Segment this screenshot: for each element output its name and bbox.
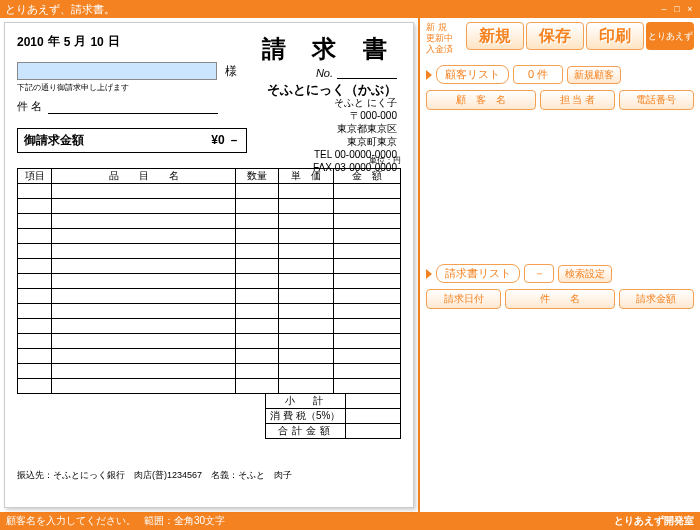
tax-label: 消 費 税（5%） [266,409,346,424]
chevron-right-icon [426,70,432,80]
table-row[interactable] [18,274,401,289]
col-item: 項目 [18,169,52,184]
print-button[interactable]: 印刷 [586,22,644,50]
search-settings-button[interactable]: 検索設定 [558,265,612,283]
invoice-number: No. [316,67,397,79]
status-bar: 顧客名を入力してください。 範囲：全角30文字 とりあえず開発室 [0,512,700,530]
subject-label: 件 名 [17,99,42,114]
table-row[interactable] [18,244,401,259]
status-message: 顧客名を入力してください。 [6,514,136,528]
customer-name-input[interactable] [17,62,217,80]
brand-label: とりあえず開発室 [614,514,694,528]
table-row[interactable] [18,304,401,319]
customer-count: 0 件 [513,65,563,84]
col-invoice-date[interactable]: 請求日付 [426,289,501,309]
bank-info: 振込先：そふとにっく銀行 肉店(普)1234567 名義：そふと 肉子 [17,469,401,482]
title-bar: とりあえず、請求書。 – □ × [0,0,700,18]
subtotal-label: 小 計 [266,394,346,409]
invoice-list-label: 請求書リスト [436,264,520,283]
date-day: 10 [90,35,103,49]
table-row[interactable] [18,319,401,334]
col-name: 品 目 名 [52,169,236,184]
table-row[interactable] [18,379,401,394]
col-customer-name[interactable]: 顧 客 名 [426,90,536,110]
minimize-icon[interactable]: – [659,4,669,14]
customer-list-area[interactable] [426,114,694,264]
subject-input[interactable] [48,100,218,114]
chevron-right-icon [426,269,432,279]
table-row[interactable] [18,199,401,214]
date-year: 2010 [17,35,44,49]
company-info: そふとにっく（かぶ） そふと にく子 〒000-000 東京都東京区 東京町東京… [267,83,397,174]
table-row[interactable] [18,229,401,244]
side-panel: 新 規 更新中 入金済 新規 保存 印刷 とりあえず 顧客リスト 0 件 新規顧… [420,18,700,512]
invoice-preview-panel: 2010 年 5 月 10 日 請 求 書 No. 様 下記の通り御請求申し上げ… [0,18,420,512]
status-range: 範囲：全角30文字 [144,514,225,528]
sama-suffix: 様 [225,63,237,80]
invoice-title: 請 求 書 [262,33,397,65]
logo-button[interactable]: とりあえず [646,22,694,50]
table-row[interactable] [18,334,401,349]
invoice-list-area[interactable] [426,313,694,433]
customer-list-label: 顧客リスト [436,65,509,84]
summary-table: 小 計 消 費 税（5%） 合計金額 [265,393,401,439]
table-row[interactable] [18,289,401,304]
total-amount: 御請求金額 ¥0 － [17,128,247,153]
status-box: 新 規 更新中 入金済 [426,22,464,55]
col-invoice-amount[interactable]: 請求金額 [619,289,694,309]
maximize-icon[interactable]: □ [672,4,682,14]
col-invoice-subject[interactable]: 件 名 [505,289,615,309]
col-person[interactable]: 担 当 者 [540,90,615,110]
save-button[interactable]: 保存 [526,22,584,50]
window-controls: – □ × [659,4,695,14]
col-phone[interactable]: 電話番号 [619,90,694,110]
close-icon[interactable]: × [685,4,695,14]
invoice-count: － [524,264,554,283]
table-row[interactable] [18,214,401,229]
new-customer-button[interactable]: 新規顧客 [567,66,621,84]
new-button[interactable]: 新規 [466,22,524,50]
line-items-table: 項目 品 目 名 数量 単 価 金 額 [17,168,401,394]
table-row[interactable] [18,259,401,274]
app-title: とりあえず、請求書。 [5,2,115,17]
table-row[interactable] [18,349,401,364]
table-row[interactable] [18,364,401,379]
table-row[interactable] [18,184,401,199]
grand-total-label: 合計金額 [266,424,346,439]
date-month: 5 [64,35,71,49]
